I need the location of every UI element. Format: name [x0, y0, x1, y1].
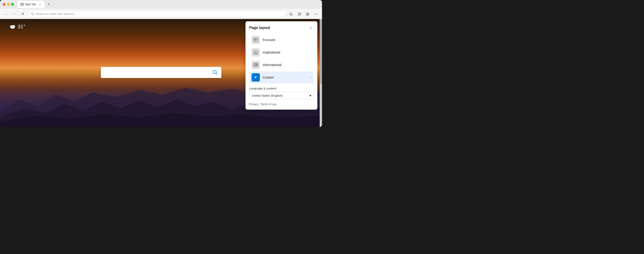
search-box[interactable]: [101, 67, 222, 78]
svg-rect-1: [21, 4, 23, 4]
collections-icon[interactable]: [296, 11, 302, 17]
title-bar: New Tab ✕ +: [0, 0, 322, 9]
custom-icon: [252, 73, 260, 82]
maximize-button[interactable]: [11, 3, 14, 6]
menu-icon[interactable]: [313, 11, 319, 17]
refresh-button[interactable]: ↺: [20, 11, 26, 17]
inspirational-label: Inspirational: [263, 50, 311, 54]
svg-point-10: [314, 14, 315, 14]
informational-icon: [252, 61, 260, 69]
scrollbar[interactable]: [320, 19, 322, 127]
forward-button[interactable]: ›: [11, 11, 18, 17]
focused-icon: [252, 36, 260, 44]
panel-footer: Privacy · Terms of use: [249, 103, 314, 106]
inspirational-icon: [252, 48, 260, 56]
nav-actions: [288, 11, 319, 17]
tab-close-button[interactable]: ✕: [38, 2, 42, 6]
language-label: Language & content:: [249, 87, 314, 90]
weather-widget: 31°: [9, 24, 25, 30]
language-section: Language & content: United States (Engli…: [249, 87, 314, 100]
svg-rect-29: [256, 65, 257, 66]
search-input[interactable]: [104, 70, 212, 74]
panel-close-button[interactable]: ×: [308, 25, 314, 30]
svg-rect-25: [256, 53, 257, 54]
scrollbar-thumb[interactable]: [320, 19, 322, 84]
tab-title: New Tab: [25, 3, 36, 6]
svg-marker-6: [298, 12, 301, 16]
svg-point-11: [316, 14, 316, 14]
traffic-lights: [3, 3, 14, 6]
back-icon: ‹: [6, 12, 7, 16]
profile-icon[interactable]: [304, 11, 311, 17]
terms-link[interactable]: Terms of use: [260, 103, 276, 106]
close-icon: ×: [310, 26, 312, 30]
favorites-icon[interactable]: [288, 11, 294, 17]
refresh-icon: ↺: [21, 12, 24, 16]
layout-option-inspirational[interactable]: Inspirational: [249, 46, 314, 58]
svg-line-4: [33, 14, 34, 15]
svg-point-9: [307, 13, 308, 14]
layout-option-custom[interactable]: Custom ›: [249, 72, 314, 84]
minimize-button[interactable]: [7, 3, 10, 6]
informational-label: Informational: [263, 63, 311, 67]
svg-point-3: [31, 12, 33, 14]
svg-marker-5: [290, 12, 292, 16]
cloud-icon: [9, 24, 16, 30]
focused-label: Focused: [263, 38, 311, 42]
active-tab[interactable]: New Tab ✕: [18, 1, 44, 8]
svg-point-23: [255, 52, 256, 53]
layout-panel: Page layout × Focused: [246, 21, 317, 110]
address-bar[interactable]: Search or enter web address: [28, 10, 286, 18]
layout-option-informational[interactable]: Informational: [249, 59, 314, 71]
svg-point-12: [317, 14, 318, 14]
address-placeholder: Search or enter web address: [36, 12, 74, 16]
panel-title: Page layout: [249, 26, 270, 30]
temperature: 31°: [18, 24, 25, 30]
new-tab-button[interactable]: +: [46, 1, 52, 8]
language-select-wrapper: United States (English) United Kingdom (…: [249, 92, 314, 100]
layout-option-focused[interactable]: Focused: [249, 34, 314, 46]
svg-rect-21: [254, 40, 256, 40]
tab-bar: New Tab ✕ +: [18, 1, 319, 8]
nav-bar: ‹ › ↺ Search or enter web address: [0, 9, 322, 19]
custom-label: Custom: [263, 76, 308, 79]
language-select[interactable]: United States (English) United Kingdom (…: [249, 92, 314, 100]
search-icon: [212, 70, 218, 75]
svg-line-18: [216, 73, 217, 74]
svg-rect-28: [256, 64, 257, 65]
svg-point-15: [12, 25, 15, 28]
forward-icon: ›: [14, 12, 15, 16]
tab-icon: [20, 3, 24, 6]
browser-window: New Tab ✕ + ‹ › ↺ Search or enter web ad…: [0, 0, 322, 127]
close-button[interactable]: [3, 3, 6, 6]
svg-rect-24: [254, 53, 256, 54]
search-address-icon: [31, 12, 34, 16]
panel-header: Page layout ×: [249, 25, 314, 30]
chevron-right-icon: ›: [310, 76, 311, 79]
search-container: [101, 67, 222, 78]
privacy-link[interactable]: Privacy: [249, 103, 258, 106]
content-area: 31° Page layout: [0, 19, 322, 127]
svg-rect-20: [254, 39, 257, 40]
svg-rect-26: [254, 63, 258, 66]
svg-rect-2: [21, 4, 23, 5]
back-button[interactable]: ‹: [3, 11, 9, 17]
svg-rect-27: [254, 64, 256, 66]
